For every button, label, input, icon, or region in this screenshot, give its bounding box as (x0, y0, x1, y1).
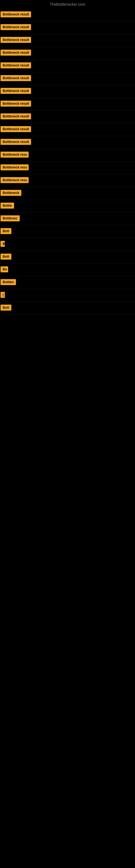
bottleneck-result-badge[interactable]: Bottleneck (1, 190, 21, 196)
list-item: Bottleneck result (0, 72, 135, 85)
list-item: Bottleneck result (0, 22, 135, 34)
bottleneck-result-badge[interactable]: Bottleneck result (1, 75, 31, 81)
list-item: Bottleneck result (0, 47, 135, 60)
list-item: Bottlen (0, 276, 135, 289)
bottleneck-result-badge[interactable]: Bottleneck result (1, 113, 31, 119)
list-item: | (0, 289, 135, 302)
bottleneck-result-badge[interactable]: Bottleneck result (1, 62, 31, 68)
list-item: Bottleneck resu (0, 149, 135, 162)
bottleneck-result-badge[interactable]: Bottleneck result (1, 11, 31, 18)
bottleneck-result-badge[interactable]: Bottleneck resu (1, 177, 29, 183)
list-item: Bottle (0, 200, 135, 213)
list-item: Bottleneck result (0, 60, 135, 72)
list-item: Bo (0, 264, 135, 276)
bottleneck-result-badge[interactable]: Bott (1, 305, 11, 311)
list-item: Bott (0, 251, 135, 264)
list-item: Bottleneck result (0, 98, 135, 111)
list-item: Bottleneck result (0, 9, 135, 22)
bottleneck-result-badge[interactable]: | (1, 292, 5, 298)
list-item: Bottleneck result (0, 136, 135, 149)
list-item: Bottleneck result (0, 123, 135, 136)
bottleneck-result-badge[interactable]: Bo (1, 267, 8, 272)
bottleneck-result-badge[interactable]: B (1, 241, 5, 247)
list-item: Bottlenec (0, 213, 135, 225)
bottleneck-result-badge[interactable]: Bottleneck result (1, 37, 31, 43)
list-item: Bottleneck result (0, 34, 135, 47)
bottleneck-result-badge[interactable]: Bottle (1, 203, 14, 209)
bottleneck-result-badge[interactable]: Bottleneck resu (1, 152, 29, 158)
bottleneck-result-badge[interactable]: Bottleneck resu (1, 164, 29, 170)
bottleneck-result-badge[interactable]: Bottleneck result (1, 50, 31, 56)
bottleneck-result-badge[interactable]: Bottleneck result (1, 139, 31, 145)
list-item: Bott (0, 225, 135, 238)
list-item: Bottleneck result (0, 85, 135, 98)
list-item: Bott (0, 302, 135, 315)
bottleneck-result-badge[interactable]: Bottlenec (1, 215, 20, 221)
list-item: Bottleneck resu (0, 162, 135, 175)
bottleneck-result-badge[interactable]: Bottlen (1, 279, 16, 285)
list-item: Bottleneck (0, 187, 135, 200)
bottleneck-result-badge[interactable]: Bottleneck result (1, 126, 31, 132)
site-title: TheBottlenecker.com (0, 0, 135, 9)
list-item: Bottleneck resu (0, 175, 135, 187)
list-item: B (0, 238, 135, 251)
bottleneck-result-badge[interactable]: Bottleneck result (1, 101, 31, 106)
bottleneck-result-badge[interactable]: Bott (1, 254, 11, 259)
bottleneck-result-badge[interactable]: Bott (1, 228, 11, 234)
bottleneck-result-badge[interactable]: Bottleneck result (1, 24, 31, 30)
bottleneck-result-badge[interactable]: Bottleneck result (1, 88, 31, 94)
list-item: Bottleneck result (0, 111, 135, 123)
